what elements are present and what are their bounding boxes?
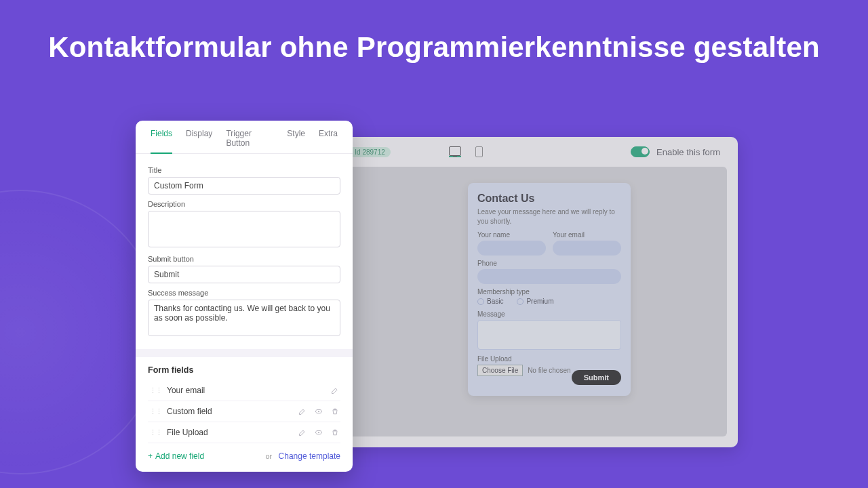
- tab-fields[interactable]: Fields: [151, 129, 172, 154]
- add-new-field-link[interactable]: + Add new field: [148, 451, 204, 461]
- enable-form-toggle[interactable]: [631, 146, 650, 157]
- label-title: Title: [148, 166, 340, 174]
- input-success-message[interactable]: Thanks for contacting us. We will get ba…: [148, 300, 340, 336]
- choose-file-button[interactable]: Choose File: [477, 365, 523, 376]
- edit-icon[interactable]: [298, 428, 307, 436]
- editor-tabs: Fields Display Trigger Button Style Extr…: [136, 121, 353, 154]
- input-description[interactable]: [148, 211, 340, 247]
- radio-basic[interactable]: Basic: [477, 298, 503, 305]
- change-template-link[interactable]: Change template: [279, 451, 340, 461]
- svg-point-3: [318, 432, 319, 433]
- field-label: File Upload: [167, 428, 208, 437]
- label-message: Message: [477, 310, 621, 318]
- input-phone[interactable]: [477, 269, 621, 284]
- input-title[interactable]: [148, 177, 340, 195]
- input-your-name[interactable]: [477, 241, 546, 256]
- field-row-file-upload[interactable]: ⋮⋮ File Upload: [148, 422, 340, 443]
- desktop-view-icon[interactable]: [449, 146, 461, 157]
- label-success-message: Success message: [148, 289, 340, 297]
- label-your-email: Your email: [553, 231, 621, 239]
- preview-submit-button[interactable]: Submit: [572, 370, 621, 385]
- label-membership: Membership type: [477, 288, 621, 296]
- label-your-name: Your name: [477, 231, 546, 239]
- contact-form-preview: Contact Us Leave your message here and w…: [468, 183, 631, 396]
- label-description: Description: [148, 200, 340, 208]
- trash-icon[interactable]: [331, 428, 339, 436]
- drag-handle-icon[interactable]: ⋮⋮: [149, 407, 161, 416]
- add-field-label: Add new field: [155, 451, 204, 461]
- plus-icon: +: [148, 451, 153, 461]
- tab-display[interactable]: Display: [186, 129, 212, 153]
- radio-premium-label: Premium: [526, 298, 553, 305]
- or-text: or: [265, 452, 272, 460]
- label-phone: Phone: [477, 260, 621, 267]
- field-label: Custom field: [167, 407, 212, 416]
- field-label: Your email: [167, 386, 205, 395]
- radio-basic-label: Basic: [487, 298, 503, 305]
- marketing-headline: Kontaktformular ohne Programmierkenntnis…: [0, 31, 868, 64]
- contact-title: Contact Us: [477, 192, 621, 205]
- form-editor-panel: Fields Display Trigger Button Style Extr…: [136, 121, 353, 472]
- enable-form-label: Enable this form: [656, 147, 720, 157]
- field-row-custom-field[interactable]: ⋮⋮ Custom field: [148, 401, 340, 422]
- edit-icon[interactable]: [331, 386, 339, 394]
- tab-extra[interactable]: Extra: [319, 129, 338, 153]
- radio-premium[interactable]: Premium: [517, 298, 553, 305]
- eye-icon[interactable]: [315, 428, 323, 436]
- input-submit-button[interactable]: [148, 266, 340, 283]
- drag-handle-icon[interactable]: ⋮⋮: [149, 386, 161, 395]
- input-your-email[interactable]: [553, 241, 621, 256]
- label-file-upload: File Upload: [477, 355, 621, 363]
- edit-icon[interactable]: [298, 407, 307, 415]
- eye-icon[interactable]: [315, 407, 323, 415]
- input-message[interactable]: [477, 320, 621, 350]
- drag-handle-icon[interactable]: ⋮⋮: [149, 428, 161, 437]
- form-fields-heading: Form fields: [148, 365, 340, 375]
- trash-icon[interactable]: [331, 407, 339, 415]
- field-row-your-email[interactable]: ⋮⋮ Your email: [148, 380, 340, 401]
- svg-point-1: [318, 411, 319, 412]
- mobile-view-icon[interactable]: [473, 146, 486, 157]
- label-submit-button: Submit button: [148, 255, 340, 263]
- tab-style[interactable]: Style: [287, 129, 305, 153]
- no-file-text: No file chosen: [528, 367, 570, 374]
- tab-trigger-button[interactable]: Trigger Button: [226, 129, 273, 153]
- contact-subtitle: Leave your message here and we will repl…: [477, 207, 621, 226]
